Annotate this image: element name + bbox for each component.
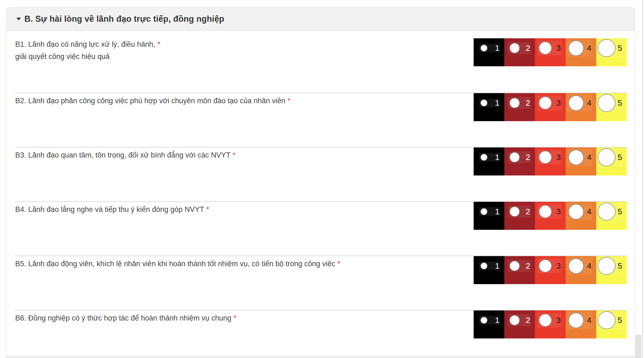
scale-option-4[interactable]: 4: [566, 147, 596, 175]
scale-option-4[interactable]: 4: [566, 256, 596, 284]
radio-button[interactable]: [480, 208, 487, 215]
radio-button[interactable]: [568, 313, 584, 328]
option-value-label: 2: [523, 153, 533, 162]
option-value-label: 5: [615, 44, 624, 52]
scale-option-3[interactable]: 3: [535, 93, 566, 121]
question-row-b6: B6. Đồng nghiệp có ý thức hợp tác để hoà…: [15, 310, 627, 358]
scale-option-3[interactable]: 3: [535, 147, 566, 175]
question-row-b4: B4. Lãnh đạo lắng nghe và tiếp thu ý kiế…: [15, 201, 627, 256]
question-row-b1: B1. Lãnh đạo có năng lực xử lý, điều hàn…: [15, 31, 627, 93]
radio-button[interactable]: [539, 259, 552, 272]
scale-option-5[interactable]: 5: [596, 147, 627, 175]
option-value-label: 5: [615, 262, 624, 270]
option-value-label: 3: [554, 316, 563, 325]
scale-option-4[interactable]: 4: [566, 310, 596, 338]
radio-button[interactable]: [568, 204, 584, 219]
option-value-label: 5: [615, 207, 624, 216]
scale-option-1[interactable]: 1: [474, 147, 504, 175]
radio-button[interactable]: [568, 95, 584, 111]
option-value-label: 1: [493, 99, 502, 107]
question-row-b3: B3. Lãnh đạo quan tâm, tôn trọng, đối xử…: [15, 147, 627, 201]
scale-option-4[interactable]: 4: [566, 38, 596, 66]
scale-option-2[interactable]: 2: [504, 93, 535, 121]
scale-option-1[interactable]: 1: [474, 38, 504, 66]
scale-option-2[interactable]: 2: [504, 147, 535, 175]
option-value-label: 4: [585, 262, 594, 270]
radio-button[interactable]: [598, 203, 616, 221]
required-star: *: [288, 97, 291, 105]
option-value-label: 1: [493, 207, 502, 216]
option-value-label: 5: [615, 316, 624, 325]
radio-button[interactable]: [539, 42, 552, 55]
option-value-label: 1: [493, 262, 502, 270]
radio-button[interactable]: [480, 154, 487, 161]
section-title: B. Sự hài lòng về lãnh đạo trực tiếp, đồ…: [24, 14, 224, 24]
radio-button[interactable]: [539, 314, 552, 327]
option-value-label: 3: [554, 262, 563, 270]
required-star: *: [234, 314, 237, 322]
option-value-label: 1: [493, 44, 502, 52]
scale-option-5[interactable]: 5: [596, 256, 627, 284]
scale-option-1[interactable]: 1: [474, 93, 504, 121]
scale-option-5[interactable]: 5: [596, 202, 627, 230]
scale-option-3[interactable]: 3: [535, 202, 566, 230]
radio-button[interactable]: [568, 150, 584, 165]
question-row-b2: B2. Lãnh đạo phân công công việc phù hợp…: [15, 93, 627, 147]
radio-button[interactable]: [509, 261, 520, 271]
radio-button[interactable]: [568, 258, 584, 274]
radio-button[interactable]: [480, 45, 487, 52]
scrollbar-thumb[interactable]: [635, 334, 642, 358]
required-star: *: [206, 205, 209, 213]
rating-scale-b2: 12345: [474, 93, 627, 121]
scale-option-2[interactable]: 2: [504, 38, 535, 66]
question-row-b5: B5. Lãnh đạo động viên, khích lệ nhân vi…: [15, 256, 627, 310]
radio-button[interactable]: [568, 40, 584, 56]
section-header[interactable]: B. Sự hài lòng về lãnh đạo trực tiếp, đồ…: [6, 8, 635, 31]
radio-button[interactable]: [509, 206, 520, 217]
next-section-strip: [6, 356, 635, 358]
rating-scale-b3: 12345: [474, 147, 627, 175]
required-star: *: [233, 151, 236, 159]
radio-button[interactable]: [509, 152, 520, 162]
rating-scale-b5: 12345: [474, 256, 627, 284]
radio-button[interactable]: [598, 148, 616, 166]
scale-option-5[interactable]: 5: [596, 93, 627, 121]
scale-option-2[interactable]: 2: [504, 310, 535, 338]
radio-button[interactable]: [509, 315, 520, 325]
scale-option-3[interactable]: 3: [535, 38, 566, 66]
option-value-label: 2: [523, 262, 533, 270]
radio-button[interactable]: [480, 262, 487, 269]
scale-option-5[interactable]: 5: [596, 38, 627, 66]
radio-button[interactable]: [539, 151, 552, 164]
scale-option-3[interactable]: 3: [535, 256, 566, 284]
scale-option-2[interactable]: 2: [504, 256, 535, 284]
scale-option-1[interactable]: 1: [474, 256, 504, 284]
radio-button[interactable]: [539, 205, 552, 218]
radio-button[interactable]: [509, 43, 520, 53]
radio-button[interactable]: [598, 94, 616, 112]
scale-option-4[interactable]: 4: [566, 202, 596, 230]
question-label-line2: giải quyết công việc hiệu quả: [15, 52, 110, 61]
required-star: *: [337, 260, 340, 268]
radio-button[interactable]: [598, 39, 616, 57]
radio-button[interactable]: [509, 98, 520, 108]
option-value-label: 2: [523, 99, 533, 107]
rating-scale-b1: 12345: [474, 38, 627, 66]
scale-option-2[interactable]: 2: [504, 202, 535, 230]
scale-option-4[interactable]: 4: [566, 93, 596, 121]
radio-button[interactable]: [539, 96, 552, 109]
rating-scale-b4: 12345: [474, 202, 627, 230]
option-value-label: 4: [585, 207, 594, 216]
scale-option-1[interactable]: 1: [474, 202, 504, 230]
scale-option-3[interactable]: 3: [535, 310, 566, 338]
caret-down-icon[interactable]: [17, 18, 21, 20]
survey-page: B. Sự hài lòng về lãnh đạo trực tiếp, đồ…: [0, 0, 644, 358]
radio-button[interactable]: [598, 257, 616, 275]
scale-option-1[interactable]: 1: [474, 310, 504, 338]
scale-option-5[interactable]: 5: [596, 310, 627, 338]
radio-button[interactable]: [598, 311, 616, 329]
option-value-label: 4: [585, 99, 594, 107]
window-edge-line: [642, 0, 643, 358]
radio-button[interactable]: [480, 99, 487, 106]
radio-button[interactable]: [480, 317, 487, 324]
